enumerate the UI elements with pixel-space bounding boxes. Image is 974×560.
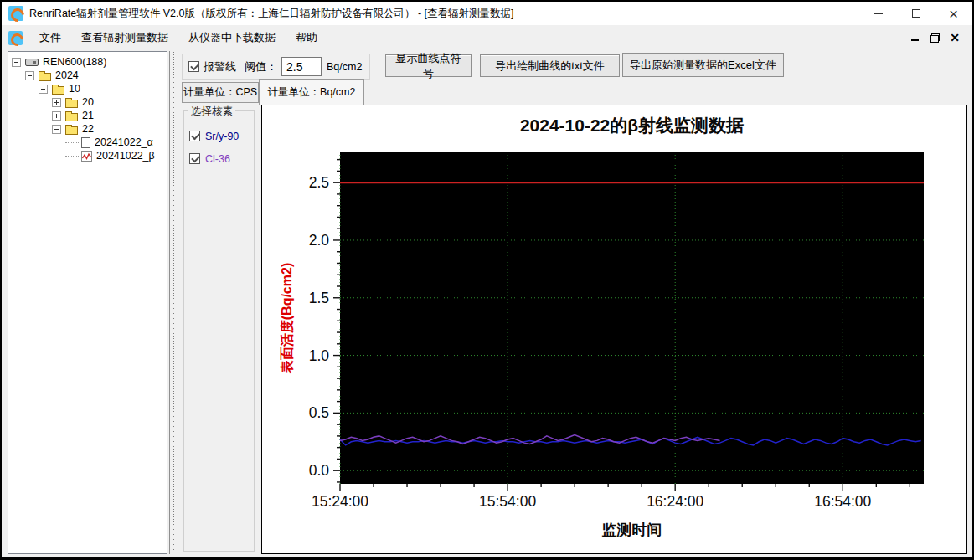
mdi-minimize-button[interactable] [907,31,922,44]
file-icon [81,137,90,148]
svg-text:15:24:00: 15:24:00 [312,493,368,510]
close-icon: × [949,6,958,22]
mdi-close-button[interactable]: ✕ [947,31,962,44]
svg-text:2.5: 2.5 [309,174,329,191]
nuclide-label: Cl-36 [205,153,230,165]
svg-text:15:54:00: 15:54:00 [479,493,536,510]
mdi-close-icon: ✕ [950,32,960,44]
collapse-toggle-icon[interactable] [52,125,61,134]
svg-text:0.5: 0.5 [309,404,329,421]
menu-item-2[interactable]: 查看辐射测量数据 [71,30,178,45]
maximize-icon [912,9,920,18]
svg-text:0.0: 0.0 [309,462,330,479]
chart-file-icon [81,151,92,162]
tree-connector [65,156,79,157]
folder-icon [65,126,78,135]
minimize-icon [874,13,883,14]
tree-label: 22 [82,123,94,135]
export-txt-button[interactable]: 导出绘制曲线的txt文件 [480,54,620,77]
menu-bar: 文件查看辐射测量数据从仪器中下载数据帮助 ✕ [2,25,972,50]
folder-icon [39,73,51,81]
collapse-toggle-icon[interactable] [39,85,48,94]
tree-label: 20241022_α [95,136,153,148]
folder-icon [65,113,78,121]
threshold-label: 阈值： [245,59,277,74]
folder-icon [65,100,78,108]
tree-connector [65,142,79,143]
minimize-button[interactable] [859,2,897,25]
export-excel-button[interactable]: 导出原始测量数据的Excel文件 [622,53,784,77]
expand-toggle-icon[interactable] [52,98,61,107]
svg-text:2.0: 2.0 [309,232,330,249]
menu-item-4[interactable]: 帮助 [286,30,327,45]
svg-text:16:24:00: 16:24:00 [647,493,703,510]
menu-item-3[interactable]: 从仪器中下载数据 [178,30,286,45]
window-title: RenriRate辐射剂量管理软件 V2.0版（版权所有：上海仁日辐射防护设备有… [29,7,514,21]
tree-label: 21 [82,110,94,121]
expand-toggle-icon[interactable] [52,111,61,121]
collapse-toggle-icon[interactable] [12,58,21,67]
collapse-toggle-icon[interactable] [25,71,34,80]
tree-panel: REN600(188)20241020212220241022_α2024102… [8,51,167,554]
alarm-line-group: 报警线 阈值： Bq/cm2 [182,54,370,80]
svg-text:1.5: 1.5 [309,290,329,306]
maximize-button[interactable] [897,2,935,25]
tree-label: 20241022_β [96,150,155,162]
tree-item-21[interactable]: 21 [8,109,167,122]
tab-unit-cps[interactable]: 计量单位：CPS [182,82,259,103]
nuclide-list: Sr/y-90Cl-36 [184,111,254,170]
nuclide-label: Sr/y-90 [205,131,239,142]
mdi-window-controls: ✕ [907,31,972,44]
panel-splitter[interactable] [169,51,178,554]
nuclide-row-Sr/y-90: Sr/y-90 [189,125,254,147]
tree-item-20[interactable]: 20 [8,95,167,109]
tree-item-20241022_α[interactable]: 20241022_α [8,136,167,149]
title-bar: RenriRate辐射剂量管理软件 V2.0版（版权所有：上海仁日辐射防护设备有… [2,2,972,25]
tree-item-2024[interactable]: 2024 [8,69,167,82]
nuclide-select-group: 选择核素 Sr/y-90Cl-36 [183,110,255,552]
tree-label: 10 [69,83,80,95]
mdi-restore-icon [930,33,940,43]
alarm-line-checkbox[interactable] [188,61,199,72]
nuclide-checkbox-Cl-36[interactable] [189,153,200,164]
close-button[interactable]: × [935,2,972,25]
tree-item-22[interactable]: 22 [8,122,167,136]
device-icon [25,59,39,66]
chart-plot: 0.00.51.01.52.02.515:24:0015:54:0016:24:… [262,105,968,555]
tree-label: 20 [82,96,94,108]
tree-item-20241022_β[interactable]: 20241022_β [8,149,167,162]
tree-label: 2024 [55,69,79,81]
mdi-minimize-icon [911,39,919,41]
app-window: RenriRate辐射剂量管理软件 V2.0版（版权所有：上海仁日辐射防护设备有… [0,0,974,560]
app-logo-icon [8,6,23,21]
threshold-unit-label: Bq/cm2 [327,61,362,73]
nuclide-group-title: 选择核素 [188,105,235,119]
tree-item-REN600(188)[interactable]: REN600(188) [8,55,167,69]
window-controls: × [859,2,972,25]
tree-label: REN600(188) [43,56,106,68]
menu-items: 文件查看辐射测量数据从仪器中下载数据帮助 [29,30,327,45]
show-curve-points-button[interactable]: 显示曲线点符号 [385,54,472,77]
nuclide-checkbox-Sr/y-90[interactable] [189,131,200,141]
mdi-document-icon [8,31,23,45]
mdi-restore-button[interactable] [927,31,942,44]
svg-text:1.0: 1.0 [309,347,330,364]
menu-item-1[interactable]: 文件 [29,30,71,45]
tree-item-10[interactable]: 10 [8,82,167,95]
chart-panel: 2024-10-22的β射线监测数据 表面活度(Bq/cm2) 监测时间 0.0… [261,105,967,554]
threshold-input[interactable] [281,57,322,76]
nuclide-row-Cl-36: Cl-36 [189,147,254,170]
alarm-line-label: 报警线 [204,59,236,74]
tab-unit-bqcm2[interactable]: 计量单位：Bq/cm2 [259,79,364,105]
folder-icon [52,86,64,95]
svg-text:16:54:00: 16:54:00 [814,493,871,510]
